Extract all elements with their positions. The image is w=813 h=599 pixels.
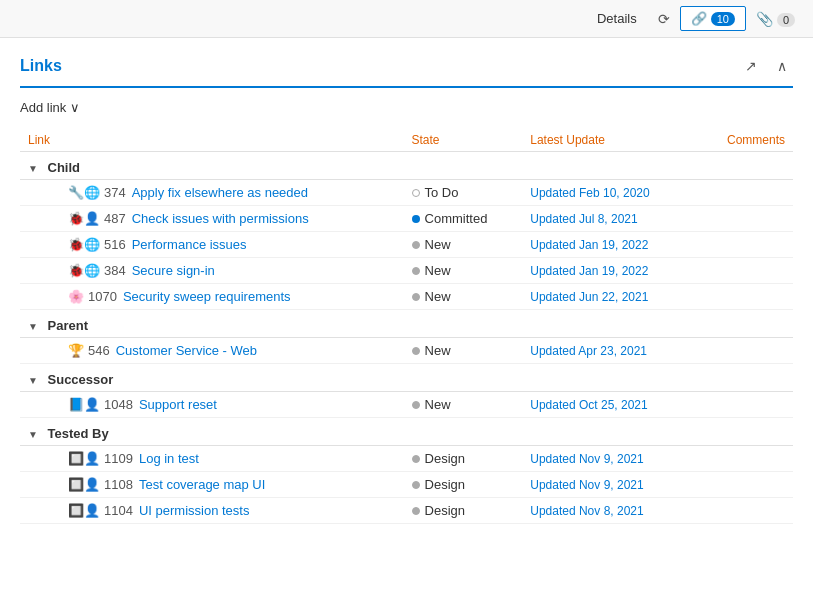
item-title[interactable]: UI permission tests [139, 503, 250, 518]
comments-cell [697, 338, 793, 364]
expand-icon-btn[interactable]: ↗ [739, 54, 763, 78]
state-label: Committed [425, 211, 488, 226]
item-title[interactable]: Secure sign-in [132, 263, 215, 278]
table-row: 🔧🌐 374 Apply fix elsewhere as needed To … [20, 180, 793, 206]
comments-cell [697, 180, 793, 206]
state-label: Design [425, 451, 465, 466]
table-header-row: Link State Latest Update Comments [20, 129, 793, 152]
state-dot [412, 189, 420, 197]
table-row: 🐞👤 487 Check issues with permissions Com… [20, 206, 793, 232]
comments-cell [697, 284, 793, 310]
comments-cell [697, 498, 793, 524]
link-cell: 🐞👤 487 Check issues with permissions [20, 206, 404, 232]
item-title[interactable]: Security sweep requirements [123, 289, 291, 304]
item-title[interactable]: Log in test [139, 451, 199, 466]
item-id: 1109 [104, 451, 133, 466]
section-row: ▼ Child [20, 152, 793, 180]
state-label: Design [425, 503, 465, 518]
update-cell: Updated Oct 25, 2021 [522, 392, 697, 418]
state-cell: New [404, 232, 523, 258]
attachment-icon: 📎 [756, 11, 773, 27]
section-row: ▼ Tested By [20, 418, 793, 446]
link-cell: 🏆 546 Customer Service - Web [20, 338, 404, 364]
details-tab[interactable]: Details [586, 6, 648, 31]
link-cell: 🔲👤 1109 Log in test [20, 446, 404, 472]
item-title[interactable]: Support reset [139, 397, 217, 412]
state-dot [412, 267, 420, 275]
table-row: 🐞🌐 516 Performance issues New Updated Ja… [20, 232, 793, 258]
update-cell: Updated Feb 10, 2020 [522, 180, 697, 206]
comments-cell [697, 446, 793, 472]
collapse-icon-btn[interactable]: ∧ [771, 54, 793, 78]
item-id: 374 [104, 185, 126, 200]
item-title[interactable]: Check issues with permissions [132, 211, 309, 226]
state-label: New [425, 289, 451, 304]
state-dot [412, 241, 420, 249]
link-cell: 🔲👤 1104 UI permission tests [20, 498, 404, 524]
comments-cell [697, 258, 793, 284]
history-icon-btn[interactable]: ⟳ [652, 7, 676, 31]
state-dot [412, 481, 420, 489]
state-cell: New [404, 338, 523, 364]
item-id: 516 [104, 237, 126, 252]
state-label: New [425, 237, 451, 252]
item-title[interactable]: Performance issues [132, 237, 247, 252]
update-cell: Updated Jun 22, 2021 [522, 284, 697, 310]
link-cell: 📘👤 1048 Support reset [20, 392, 404, 418]
comments-cell [697, 232, 793, 258]
update-cell: Updated Jan 19, 2022 [522, 258, 697, 284]
col-update: Latest Update [522, 129, 697, 152]
link-cell: 🔲👤 1108 Test coverage map UI [20, 472, 404, 498]
link-cell: 🔧🌐 374 Apply fix elsewhere as needed [20, 180, 404, 206]
table-row: 🔲👤 1108 Test coverage map UI Design Upda… [20, 472, 793, 498]
section-chevron[interactable]: ▼ [28, 375, 38, 386]
section-row: ▼ Successor [20, 364, 793, 392]
links-section-header: Links ↗ ∧ [20, 54, 793, 88]
state-cell: Design [404, 498, 523, 524]
update-cell: Updated Nov 9, 2021 [522, 472, 697, 498]
item-id: 1108 [104, 477, 133, 492]
item-id: 546 [88, 343, 110, 358]
item-icons: 🐞👤 [68, 211, 100, 226]
update-cell: Updated Jul 8, 2021 [522, 206, 697, 232]
section-label: ▼ Parent [20, 310, 793, 338]
state-cell: New [404, 392, 523, 418]
attachment-icon-btn[interactable]: 📎 0 [750, 7, 801, 31]
item-title[interactable]: Test coverage map UI [139, 477, 265, 492]
section-chevron[interactable]: ▼ [28, 429, 38, 440]
item-icons: 🐞🌐 [68, 237, 100, 252]
add-link-row: Add link ∨ [20, 100, 793, 115]
comments-cell [697, 472, 793, 498]
item-id: 1048 [104, 397, 133, 412]
comments-cell [697, 206, 793, 232]
link-cell: 🐞🌐 384 Secure sign-in [20, 258, 404, 284]
item-icons: 🌸 [68, 289, 84, 304]
update-cell: Updated Nov 8, 2021 [522, 498, 697, 524]
state-cell: New [404, 258, 523, 284]
link-cell: 🐞🌐 516 Performance issues [20, 232, 404, 258]
item-title[interactable]: Apply fix elsewhere as needed [132, 185, 308, 200]
add-link-button[interactable]: Add link ∨ [20, 100, 80, 115]
state-label: New [425, 343, 451, 358]
section-chevron[interactable]: ▼ [28, 163, 38, 174]
item-id: 1104 [104, 503, 133, 518]
item-icons: 🔲👤 [68, 477, 100, 492]
state-cell: Design [404, 472, 523, 498]
table-row: 🔲👤 1109 Log in test Design Updated Nov 9… [20, 446, 793, 472]
update-cell: Updated Apr 23, 2021 [522, 338, 697, 364]
collapse-icon: ∧ [777, 58, 787, 74]
state-label: To Do [425, 185, 459, 200]
comments-cell [697, 392, 793, 418]
state-dot [412, 507, 420, 515]
table-row: 🔲👤 1104 UI permission tests Design Updat… [20, 498, 793, 524]
section-chevron[interactable]: ▼ [28, 321, 38, 332]
item-title[interactable]: Customer Service - Web [116, 343, 257, 358]
add-link-chevron: ∨ [70, 100, 80, 115]
section-label: ▼ Tested By [20, 418, 793, 446]
links-tab[interactable]: 🔗 10 [680, 6, 746, 31]
state-cell: Committed [404, 206, 523, 232]
table-row: 🏆 546 Customer Service - Web New Updated… [20, 338, 793, 364]
links-table: Link State Latest Update Comments ▼ Chil… [20, 129, 793, 524]
links-header-actions: ↗ ∧ [739, 54, 793, 78]
state-dot [412, 215, 420, 223]
